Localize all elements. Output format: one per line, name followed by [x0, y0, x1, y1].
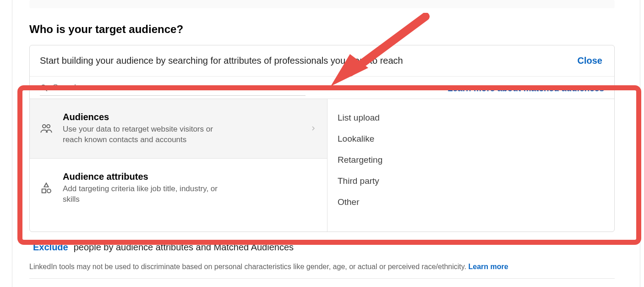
- svg-point-2: [43, 125, 46, 128]
- learn-more-matched-link[interactable]: Learn more about matched audiences: [448, 83, 604, 94]
- bottom-section: Exclude people by audience attributes an…: [29, 239, 615, 279]
- option-other[interactable]: Other: [338, 192, 604, 213]
- shapes-icon: [40, 182, 53, 194]
- svg-marker-4: [44, 183, 48, 187]
- exclude-link[interactable]: Exclude: [33, 242, 68, 253]
- option-retargeting[interactable]: Retargeting: [338, 149, 604, 171]
- search-input-wrap[interactable]: [40, 81, 306, 96]
- selector-panel: Audiences Use your data to retarget webs…: [30, 99, 614, 232]
- category-column: Audiences Use your data to retarget webs…: [30, 99, 327, 232]
- category-desc: Use your data to retarget website visito…: [63, 124, 218, 145]
- disclaimer: LinkedIn tools may not be used to discri…: [29, 258, 615, 279]
- audience-card: Start building your audience by searchin…: [29, 45, 615, 232]
- svg-point-3: [47, 125, 50, 128]
- card-header-text: Start building your audience by searchin…: [40, 55, 403, 66]
- svg-rect-5: [42, 189, 46, 193]
- option-lookalike[interactable]: Lookalike: [338, 128, 604, 149]
- exclude-text: people by audience attributes and Matche…: [74, 242, 294, 253]
- search-input[interactable]: [48, 83, 306, 93]
- option-list-upload[interactable]: List upload: [338, 107, 604, 128]
- section-title: Who is your target audience?: [29, 23, 631, 36]
- category-audiences[interactable]: Audiences Use your data to retarget webs…: [30, 99, 327, 159]
- option-third-party[interactable]: Third party: [338, 171, 604, 192]
- chevron-right-icon: [310, 125, 317, 132]
- svg-point-6: [47, 189, 51, 193]
- options-column: List upload Lookalike Retargeting Third …: [327, 99, 614, 232]
- collapsed-top-bar: [29, 0, 615, 8]
- close-button[interactable]: Close: [578, 55, 602, 66]
- search-row: Learn more about matched audiences: [30, 77, 614, 99]
- search-icon: [40, 84, 48, 92]
- exclude-row: Exclude people by audience attributes an…: [29, 239, 615, 258]
- disclaimer-learn-more-link[interactable]: Learn more: [468, 263, 508, 270]
- disclaimer-text: LinkedIn tools may not be used to discri…: [29, 263, 468, 270]
- category-audience-attributes[interactable]: Audience attributes Add targeting criter…: [30, 159, 327, 218]
- svg-line-1: [45, 89, 47, 91]
- category-title: Audiences: [63, 112, 306, 122]
- people-icon: [40, 122, 53, 135]
- category-title: Audience attributes: [63, 171, 306, 182]
- card-header: Start building your audience by searchin…: [30, 45, 614, 77]
- category-desc: Add targeting criteria like job title, i…: [63, 184, 218, 205]
- svg-point-0: [41, 85, 46, 90]
